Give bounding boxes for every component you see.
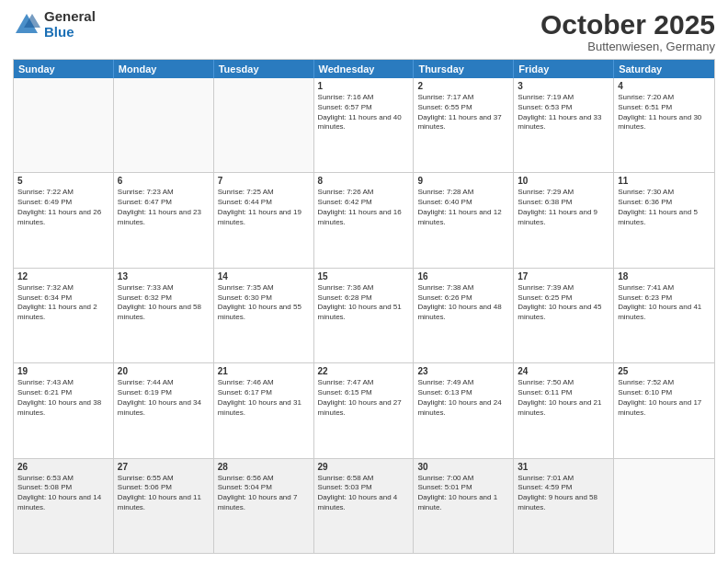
logo-text: General Blue <box>44 9 96 40</box>
day-number: 4 <box>618 81 711 91</box>
calendar-header-cell: Friday <box>514 60 614 78</box>
day-number: 23 <box>417 366 509 376</box>
calendar-cell <box>114 78 214 172</box>
cell-details: Sunrise: 7:46 AM Sunset: 6:17 PM Dayligh… <box>218 378 310 418</box>
calendar-header-cell: Tuesday <box>214 60 314 78</box>
calendar-header-row: SundayMondayTuesdayWednesdayThursdayFrid… <box>14 60 714 78</box>
logo-general: General <box>44 9 96 25</box>
title-block: October 2025 Buttenwiesen, Germany <box>540 9 715 53</box>
calendar-cell: 21Sunrise: 7:46 AM Sunset: 6:17 PM Dayli… <box>214 363 314 457</box>
calendar-cell: 30Sunrise: 7:00 AM Sunset: 5:01 PM Dayli… <box>414 459 514 553</box>
day-number: 15 <box>318 271 410 282</box>
cell-details: Sunrise: 7:44 AM Sunset: 6:19 PM Dayligh… <box>118 378 210 418</box>
calendar-cell: 19Sunrise: 7:43 AM Sunset: 6:21 PM Dayli… <box>14 363 114 457</box>
cell-details: Sunrise: 7:26 AM Sunset: 6:42 PM Dayligh… <box>318 188 410 227</box>
calendar-row: 1Sunrise: 7:16 AM Sunset: 6:57 PM Daylig… <box>14 78 714 172</box>
calendar-header-cell: Saturday <box>614 60 714 78</box>
calendar-cell: 15Sunrise: 7:36 AM Sunset: 6:28 PM Dayli… <box>314 269 415 362</box>
day-number: 8 <box>318 176 410 186</box>
logo: General Blue <box>13 9 96 40</box>
calendar-cell: 7Sunrise: 7:25 AM Sunset: 6:44 PM Daylig… <box>214 173 314 267</box>
cell-details: Sunrise: 7:16 AM Sunset: 6:57 PM Dayligh… <box>318 93 410 132</box>
calendar-cell: 16Sunrise: 7:38 AM Sunset: 6:26 PM Dayli… <box>414 269 514 362</box>
cell-details: Sunrise: 7:29 AM Sunset: 6:38 PM Dayligh… <box>518 188 609 227</box>
day-number: 24 <box>518 366 609 376</box>
day-number: 20 <box>118 366 210 376</box>
cell-details: Sunrise: 7:49 AM Sunset: 6:13 PM Dayligh… <box>417 378 509 418</box>
day-number: 25 <box>618 366 711 376</box>
calendar-cell: 5Sunrise: 7:22 AM Sunset: 6:49 PM Daylig… <box>14 173 114 267</box>
calendar-cell: 20Sunrise: 7:44 AM Sunset: 6:19 PM Dayli… <box>114 363 214 457</box>
cell-details: Sunrise: 6:53 AM Sunset: 5:08 PM Dayligh… <box>17 474 109 513</box>
cell-details: Sunrise: 6:56 AM Sunset: 5:04 PM Dayligh… <box>218 474 310 513</box>
cell-details: Sunrise: 7:35 AM Sunset: 6:30 PM Dayligh… <box>218 283 310 323</box>
cell-details: Sunrise: 7:39 AM Sunset: 6:25 PM Dayligh… <box>518 283 609 323</box>
calendar-cell: 18Sunrise: 7:41 AM Sunset: 6:23 PM Dayli… <box>614 269 714 362</box>
location: Buttenwiesen, Germany <box>540 40 715 53</box>
calendar-cell: 27Sunrise: 6:55 AM Sunset: 5:06 PM Dayli… <box>114 459 214 553</box>
calendar-row: 19Sunrise: 7:43 AM Sunset: 6:21 PM Dayli… <box>14 362 714 457</box>
cell-details: Sunrise: 6:58 AM Sunset: 5:03 PM Dayligh… <box>318 474 410 513</box>
day-number: 6 <box>118 176 210 186</box>
day-number: 17 <box>518 271 609 282</box>
calendar-cell: 4Sunrise: 7:20 AM Sunset: 6:51 PM Daylig… <box>614 78 714 172</box>
calendar-cell: 14Sunrise: 7:35 AM Sunset: 6:30 PM Dayli… <box>214 269 314 362</box>
cell-details: Sunrise: 7:47 AM Sunset: 6:15 PM Dayligh… <box>318 378 410 418</box>
calendar: SundayMondayTuesdayWednesdayThursdayFrid… <box>13 59 715 554</box>
day-number: 10 <box>518 176 609 186</box>
calendar-row: 26Sunrise: 6:53 AM Sunset: 5:08 PM Dayli… <box>14 458 714 553</box>
logo-icon <box>13 11 40 39</box>
calendar-cell: 10Sunrise: 7:29 AM Sunset: 6:38 PM Dayli… <box>514 173 614 267</box>
calendar-cell: 6Sunrise: 7:23 AM Sunset: 6:47 PM Daylig… <box>114 173 214 267</box>
day-number: 28 <box>218 462 310 472</box>
cell-details: Sunrise: 7:19 AM Sunset: 6:53 PM Dayligh… <box>518 93 609 132</box>
day-number: 11 <box>618 176 711 186</box>
calendar-cell: 11Sunrise: 7:30 AM Sunset: 6:36 PM Dayli… <box>614 173 714 267</box>
calendar-cell <box>14 78 114 172</box>
day-number: 7 <box>218 176 310 186</box>
calendar-body: 1Sunrise: 7:16 AM Sunset: 6:57 PM Daylig… <box>14 78 714 553</box>
cell-details: Sunrise: 7:36 AM Sunset: 6:28 PM Dayligh… <box>318 283 410 323</box>
day-number: 27 <box>118 462 210 472</box>
day-number: 12 <box>17 271 109 282</box>
calendar-cell: 1Sunrise: 7:16 AM Sunset: 6:57 PM Daylig… <box>314 78 415 172</box>
day-number: 22 <box>318 366 410 376</box>
cell-details: Sunrise: 7:32 AM Sunset: 6:34 PM Dayligh… <box>17 283 109 323</box>
calendar-cell: 26Sunrise: 6:53 AM Sunset: 5:08 PM Dayli… <box>14 459 114 553</box>
calendar-cell: 24Sunrise: 7:50 AM Sunset: 6:11 PM Dayli… <box>514 363 614 457</box>
calendar-row: 12Sunrise: 7:32 AM Sunset: 6:34 PM Dayli… <box>14 268 714 362</box>
month-title: October 2025 <box>540 9 715 40</box>
day-number: 21 <box>218 366 310 376</box>
cell-details: Sunrise: 6:55 AM Sunset: 5:06 PM Dayligh… <box>118 474 210 513</box>
calendar-cell: 22Sunrise: 7:47 AM Sunset: 6:15 PM Dayli… <box>314 363 415 457</box>
page: General Blue October 2025 Buttenwiesen, … <box>0 0 728 563</box>
day-number: 14 <box>218 271 310 282</box>
day-number: 30 <box>417 462 509 472</box>
calendar-cell: 9Sunrise: 7:28 AM Sunset: 6:40 PM Daylig… <box>414 173 514 267</box>
calendar-cell: 2Sunrise: 7:17 AM Sunset: 6:55 PM Daylig… <box>414 78 514 172</box>
calendar-cell: 28Sunrise: 6:56 AM Sunset: 5:04 PM Dayli… <box>214 459 314 553</box>
day-number: 3 <box>518 81 609 91</box>
day-number: 9 <box>417 176 509 186</box>
calendar-header-cell: Wednesday <box>314 60 415 78</box>
day-number: 31 <box>518 462 609 472</box>
calendar-cell: 25Sunrise: 7:52 AM Sunset: 6:10 PM Dayli… <box>614 363 714 457</box>
cell-details: Sunrise: 7:38 AM Sunset: 6:26 PM Dayligh… <box>417 283 509 323</box>
header: General Blue October 2025 Buttenwiesen, … <box>13 9 715 53</box>
calendar-cell: 13Sunrise: 7:33 AM Sunset: 6:32 PM Dayli… <box>114 269 214 362</box>
calendar-cell <box>214 78 314 172</box>
logo-blue: Blue <box>44 25 96 40</box>
day-number: 29 <box>318 462 410 472</box>
cell-details: Sunrise: 7:01 AM Sunset: 4:59 PM Dayligh… <box>518 474 609 513</box>
cell-details: Sunrise: 7:33 AM Sunset: 6:32 PM Dayligh… <box>118 283 210 323</box>
day-number: 13 <box>118 271 210 282</box>
day-number: 5 <box>17 176 109 186</box>
cell-details: Sunrise: 7:22 AM Sunset: 6:49 PM Dayligh… <box>17 188 109 227</box>
calendar-cell <box>614 459 714 553</box>
cell-details: Sunrise: 7:17 AM Sunset: 6:55 PM Dayligh… <box>417 93 509 132</box>
calendar-cell: 29Sunrise: 6:58 AM Sunset: 5:03 PM Dayli… <box>314 459 415 553</box>
calendar-header-cell: Monday <box>114 60 214 78</box>
cell-details: Sunrise: 7:50 AM Sunset: 6:11 PM Dayligh… <box>518 378 609 418</box>
cell-details: Sunrise: 7:41 AM Sunset: 6:23 PM Dayligh… <box>618 283 711 323</box>
cell-details: Sunrise: 7:52 AM Sunset: 6:10 PM Dayligh… <box>618 378 711 418</box>
